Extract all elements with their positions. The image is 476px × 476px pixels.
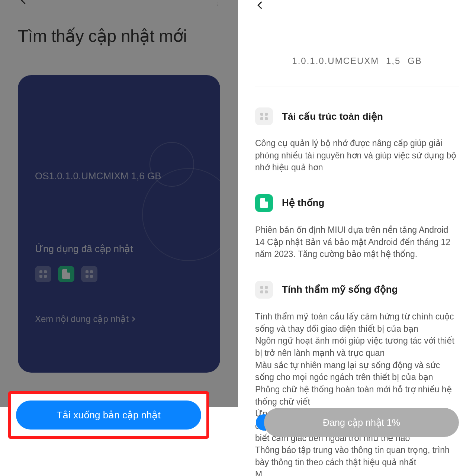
svg-point-0 bbox=[218, 3, 218, 3]
update-card: OS1.0.1.0.UMCMIXM 1,6 GB Ứng dụng đã cập… bbox=[18, 75, 220, 373]
changelog-screen: 1.0.1.0.UMCEUXM 1,5 GB Tái cấu trúc toàn… bbox=[238, 0, 476, 476]
app-grid-icon bbox=[35, 266, 51, 282]
update-found-screen: Tìm thấy cập nhật mới OS1.0.1.0.UMCMIXM … bbox=[0, 0, 238, 476]
grid-icon bbox=[255, 281, 273, 299]
section-title: Tính thẩm mỹ sống động bbox=[282, 284, 398, 295]
chevron-right-icon bbox=[130, 316, 135, 322]
view-content-label: Xem nội dung cập nhật bbox=[35, 314, 129, 324]
section-body: Tính thẩm mỹ toàn cầu lấy cảm hứng từ ch… bbox=[255, 311, 459, 476]
more-icon[interactable] bbox=[216, 3, 219, 6]
grid-icon bbox=[255, 107, 273, 125]
back-icon[interactable] bbox=[19, 0, 29, 6]
updated-apps-row bbox=[35, 266, 203, 282]
changelog-section-aesthetic: Tính thẩm mỹ sống động Tính thẩm mỹ toàn… bbox=[255, 281, 459, 476]
section-body: Công cụ quản lý bộ nhớ được nâng cấp giú… bbox=[255, 137, 459, 174]
divider bbox=[255, 87, 459, 87]
topbar bbox=[255, 0, 459, 6]
doc-icon bbox=[255, 194, 273, 212]
page-title: Tìm thấy cập nhật mới bbox=[18, 26, 220, 46]
section-title: Hệ thống bbox=[282, 197, 324, 209]
back-icon[interactable] bbox=[255, 0, 459, 10]
updating-progress-button[interactable]: Đang cập nhật 1% bbox=[264, 408, 459, 437]
changelog-section-system: Hệ thống Phiên bản ổn định MIUI dựa trên… bbox=[255, 194, 459, 260]
section-title: Tái cấu trúc toàn diện bbox=[282, 111, 383, 122]
section-body: Phiên bản ổn định MIUI dựa trên nền tảng… bbox=[255, 224, 459, 260]
topbar bbox=[0, 0, 238, 6]
download-update-button[interactable]: Tải xuống bản cập nhật bbox=[16, 401, 201, 430]
download-highlight-box: Tải xuống bản cập nhật bbox=[8, 391, 209, 439]
decor-circle-icon bbox=[149, 142, 194, 187]
view-update-content-link[interactable]: Xem nội dung cập nhật bbox=[35, 314, 203, 324]
changelog-section-restructure: Tái cấu trúc toàn diện Công cụ quản lý b… bbox=[255, 107, 459, 174]
app-grid-icon bbox=[81, 266, 97, 282]
svg-point-2 bbox=[218, 5, 218, 6]
app-doc-icon bbox=[58, 266, 74, 282]
version-text: 1.0.1.0.UMCEUXM 1,5 GB bbox=[255, 56, 459, 66]
svg-point-1 bbox=[218, 4, 218, 4]
